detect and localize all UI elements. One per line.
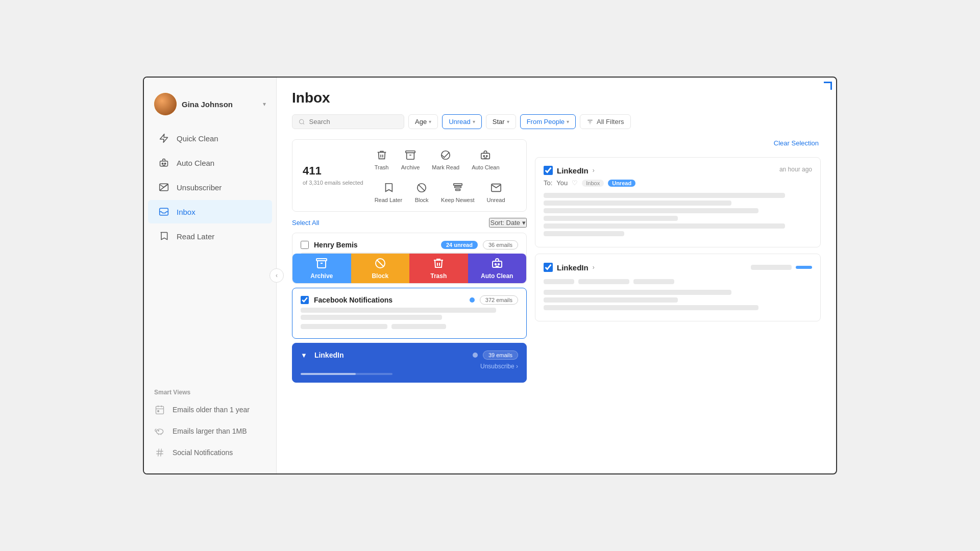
email-count: 411 bbox=[303, 164, 363, 178]
bulk-actions-toolbar: 411 of 3,310 emails selected Trash bbox=[292, 139, 527, 212]
trash-action-label: Trash bbox=[375, 164, 389, 170]
keep-newest-action-button[interactable]: Keep Newest bbox=[438, 179, 477, 205]
app-frame: Gina Johnson ▾ Quick Clean Auto Clean bbox=[143, 77, 837, 474]
sort-caret-icon: ▾ bbox=[522, 219, 526, 227]
svg-line-25 bbox=[419, 185, 425, 191]
search-box[interactable] bbox=[292, 114, 404, 129]
auto-clean-action-icon bbox=[478, 148, 493, 162]
svg-rect-7 bbox=[158, 411, 159, 412]
detail-card-2-header: LinkedIn › bbox=[544, 262, 812, 272]
email-item-linkedin[interactable]: ▼ LinkedIn 39 emails Unsubscribe › bbox=[292, 343, 527, 383]
skeleton-line bbox=[301, 315, 442, 320]
search-icon bbox=[299, 118, 305, 126]
svg-point-8 bbox=[156, 429, 163, 434]
sidebar-label-inbox: Inbox bbox=[177, 208, 195, 216]
svg-point-2 bbox=[164, 163, 166, 164]
read-later-action-label: Read Later bbox=[375, 197, 402, 203]
detail-skeleton-line bbox=[544, 216, 678, 221]
action-buttons: Trash Archive bbox=[372, 146, 516, 205]
detail-card-1: LinkedIn › an hour ago To: You ♡ Inbox U… bbox=[535, 157, 821, 247]
auto-clean-action-button[interactable]: Auto Clean bbox=[469, 146, 502, 172]
all-filters-button[interactable]: All Filters bbox=[580, 114, 630, 129]
facebook-count-badge: 372 emails bbox=[480, 295, 518, 305]
smart-item-social[interactable]: Social Notifications bbox=[144, 442, 276, 463]
henry-bemis-checkbox[interactable] bbox=[301, 241, 309, 249]
detail-card-1-checkbox[interactable] bbox=[544, 166, 553, 175]
sidebar-item-read-later[interactable]: Read Later bbox=[148, 224, 272, 248]
email-item-henry-bemis[interactable]: Henry Bemis 24 unread 36 emails bbox=[292, 233, 527, 284]
detail-skeleton-line bbox=[544, 279, 574, 284]
sidebar-nav: Quick Clean Auto Clean Unsubscriber bbox=[144, 126, 276, 383]
sort-button[interactable]: Sort: Date ▾ bbox=[489, 218, 527, 228]
detail-card-2-checkbox[interactable] bbox=[544, 263, 553, 272]
detail-to-row: To: You ♡ Inbox Unread bbox=[544, 179, 812, 187]
svg-line-15 bbox=[303, 123, 304, 124]
main-header: Inbox Age ▾ Unread ▾ Star ▾ bbox=[277, 78, 836, 139]
bookmark-icon bbox=[158, 231, 169, 242]
smart-views-section: Smart Views Emails older than 1 year Ema… bbox=[144, 383, 276, 463]
from-people-caret-icon: ▾ bbox=[567, 119, 569, 124]
henry-bemis-count-badge: 36 emails bbox=[483, 240, 518, 249]
sidebar-item-auto-clean[interactable]: Auto Clean bbox=[148, 151, 272, 174]
detail-skeleton-line bbox=[633, 279, 674, 284]
facebook-checkbox[interactable] bbox=[301, 296, 309, 304]
to-label: To: bbox=[544, 179, 552, 187]
sidebar-collapse-button[interactable]: ‹ bbox=[270, 268, 284, 283]
swipe-actions-overlay: Archive Block Trash Auto Clean bbox=[292, 254, 526, 283]
archive-action-label: Archive bbox=[401, 164, 420, 170]
swipe-autoclean-button[interactable]: Auto Clean bbox=[468, 254, 527, 283]
email-count-sub: of 3,310 emails selected bbox=[303, 180, 363, 186]
age-filter-button[interactable]: Age ▾ bbox=[408, 114, 438, 129]
sidebar-label-unsubscriber: Unsubscriber bbox=[177, 183, 222, 192]
linkedin-expand-icon: ▼ bbox=[301, 352, 307, 359]
unsubscribe-link[interactable]: Unsubscribe › bbox=[480, 363, 518, 370]
content-area: 411 of 3,310 emails selected Trash bbox=[277, 139, 836, 473]
trash-action-button[interactable]: Trash bbox=[372, 146, 392, 172]
read-later-action-button[interactable]: Read Later bbox=[372, 179, 405, 205]
detail-skeleton-line bbox=[544, 231, 624, 236]
filter-bar: Age ▾ Unread ▾ Star ▾ From People ▾ A bbox=[292, 114, 821, 129]
swipe-block-button[interactable]: Block bbox=[351, 254, 410, 283]
detail-time-1: an hour ago bbox=[779, 166, 812, 173]
star-filter-button[interactable]: Star ▾ bbox=[486, 114, 516, 129]
mark-read-action-label: Mark Read bbox=[432, 164, 459, 170]
bolt-icon bbox=[158, 133, 169, 144]
select-all-button[interactable]: Select All bbox=[292, 219, 319, 227]
swipe-archive-button[interactable]: Archive bbox=[292, 254, 351, 283]
clear-selection-button[interactable]: Clear Selection bbox=[535, 139, 821, 147]
avatar bbox=[154, 93, 177, 115]
detail-card-2-right bbox=[751, 262, 812, 272]
skeleton-line bbox=[391, 324, 446, 329]
swipe-trash-button[interactable]: Trash bbox=[409, 254, 468, 283]
inbox-icon bbox=[158, 206, 169, 217]
detail-skeleton-line bbox=[544, 297, 678, 303]
svg-point-23 bbox=[486, 156, 487, 157]
sidebar-item-unsubscriber[interactable]: Unsubscriber bbox=[148, 176, 272, 199]
unread-filter-button[interactable]: Unread ▾ bbox=[442, 114, 482, 129]
svg-point-9 bbox=[158, 430, 159, 431]
detail-skeleton-line bbox=[544, 193, 785, 198]
unread-action-button[interactable]: Unread bbox=[484, 179, 508, 205]
detail-sender-1: LinkedIn › bbox=[544, 166, 595, 175]
archive-action-button[interactable]: Archive bbox=[398, 146, 423, 172]
search-input[interactable] bbox=[309, 118, 398, 126]
smart-item-older-1year[interactable]: Emails older than 1 year bbox=[144, 399, 276, 420]
block-action-label: Block bbox=[415, 197, 429, 203]
skeleton-line bbox=[301, 324, 387, 329]
detail-skeleton-line bbox=[544, 305, 758, 310]
block-action-icon bbox=[414, 181, 429, 195]
henry-bemis-sender: Henry Bemis bbox=[314, 241, 436, 249]
user-profile[interactable]: Gina Johnson ▾ bbox=[144, 88, 276, 126]
block-action-button[interactable]: Block bbox=[411, 179, 432, 205]
mark-read-action-button[interactable]: Mark Read bbox=[429, 146, 462, 172]
smart-item-larger-1mb[interactable]: Emails larger than 1MB bbox=[144, 420, 276, 442]
sidebar-item-quick-clean[interactable]: Quick Clean bbox=[148, 127, 272, 150]
email-item-facebook[interactable]: Facebook Notifications 372 emails bbox=[292, 288, 527, 339]
from-people-filter-button[interactable]: From People ▾ bbox=[520, 114, 576, 129]
svg-line-32 bbox=[377, 260, 384, 267]
smart-label-social: Social Notifications bbox=[173, 448, 233, 457]
smart-views-header: Smart Views bbox=[144, 383, 276, 399]
sidebar-item-inbox[interactable]: Inbox bbox=[148, 200, 272, 223]
svg-point-20 bbox=[442, 151, 450, 160]
sidebar-label-quick-clean: Quick Clean bbox=[177, 134, 218, 143]
